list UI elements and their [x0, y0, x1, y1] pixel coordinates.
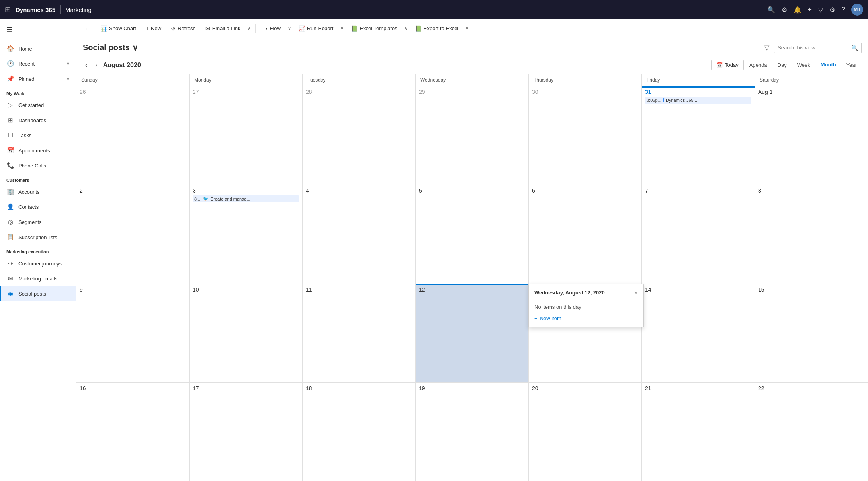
gear-icon[interactable]: ⚙ [829, 6, 835, 14]
excel-templates-button[interactable]: 📗 Excel Templates [347, 23, 401, 34]
sidebar-item-customer-journeys[interactable]: ⇢ Customer journeys [0, 256, 76, 271]
popup-close-button[interactable]: × [634, 289, 638, 296]
cal-cell-aug4[interactable]: 4 [303, 185, 416, 283]
sidebar-item-recent[interactable]: 🕐 Recent ∨ [0, 56, 76, 71]
cal-cell-aug2[interactable]: 2 [76, 185, 190, 283]
run-report-button[interactable]: 📈 Run Report [294, 23, 337, 34]
day-number: 28 [306, 89, 312, 95]
day-number: 22 [758, 385, 764, 391]
cal-cell-aug18[interactable]: 18 [303, 383, 416, 481]
popup: Wednesday, August 12, 2020 × No items on… [528, 284, 644, 327]
cal-view-day[interactable]: Day [773, 60, 792, 70]
cal-cell-jul26[interactable]: 26 [76, 86, 190, 185]
excel-templates-chevron[interactable]: ∨ [403, 23, 409, 33]
sidebar-item-segments[interactable]: ◎ Segments [0, 214, 76, 230]
sidebar-item-contacts-label: Contacts [18, 204, 39, 210]
sidebar-item-appointments-label: Appointments [18, 148, 50, 154]
email-link-chevron[interactable]: ∨ [246, 23, 252, 33]
avatar[interactable]: MT [851, 4, 863, 16]
cal-cell-aug19[interactable]: 19 [416, 383, 529, 481]
email-link-button[interactable]: ✉ Email a Link [201, 23, 244, 34]
toolbar: ← 📊 Show Chart + New ↺ Refresh ✉ Email a… [76, 19, 868, 38]
more-options-button[interactable]: ⋯ [850, 22, 863, 35]
cal-cell-aug10[interactable]: 10 [190, 284, 303, 382]
cal-today-button[interactable]: 📅 Today [711, 60, 744, 70]
cal-event[interactable]: 8:... 🐦 Create and manag... [193, 195, 299, 202]
waffle-icon[interactable]: ⊞ [5, 5, 11, 14]
flow-button[interactable]: ⇢ Flow [259, 23, 284, 34]
export-excel-button[interactable]: 📗 Export to Excel [411, 23, 462, 34]
search-input[interactable] [778, 45, 849, 51]
sidebar-item-accounts[interactable]: 🏢 Accounts [0, 184, 76, 199]
cal-cell-aug11[interactable]: 11 [303, 284, 416, 382]
show-chart-icon: 📊 [100, 25, 107, 32]
day-number: 29 [419, 89, 425, 95]
cal-view-week[interactable]: Week [792, 60, 815, 70]
sidebar-item-tasks[interactable]: ☐ Tasks [0, 128, 76, 143]
cal-event[interactable]: 8:05p... f Dynamics 365 ... [645, 97, 751, 104]
sidebar-item-dashboards[interactable]: ⊞ Dashboards [0, 113, 76, 128]
filter-icon[interactable]: ▽ [818, 6, 823, 14]
flow-chevron[interactable]: ∨ [286, 23, 293, 33]
cal-cell-aug22[interactable]: 22 [755, 383, 868, 481]
cal-view-agenda[interactable]: Agenda [745, 60, 772, 70]
run-report-chevron[interactable]: ∨ [339, 23, 345, 33]
cal-cell-aug20[interactable]: 20 [529, 383, 642, 481]
sidebar-item-get-started[interactable]: ▷ Get started [0, 97, 76, 113]
sidebar-item-appointments[interactable]: 📅 Appointments [0, 143, 76, 158]
sidebar-hamburger[interactable]: ☰ [0, 22, 76, 37]
cal-cell-jul30[interactable]: 30 [529, 86, 642, 185]
cal-prev-button[interactable]: ‹ [83, 60, 90, 70]
search-icon[interactable]: 🔍 [851, 45, 858, 51]
sidebar-item-social-posts[interactable]: ◉ Social posts [0, 286, 76, 301]
pinned-chevron: ∨ [66, 76, 70, 82]
page-header: Social posts ∨ ▽ 🔍 [76, 38, 868, 56]
cal-cell-jul27[interactable]: 27 [190, 86, 303, 185]
cal-cell-aug8[interactable]: 8 [755, 185, 868, 283]
bell-icon[interactable]: 🔔 [794, 6, 802, 14]
cal-cell-jul29[interactable]: 29 [416, 86, 529, 185]
sidebar-item-phone-calls[interactable]: 📞 Phone Calls [0, 158, 76, 173]
popup-new-item[interactable]: + New item [534, 314, 638, 323]
popup-new-label: New item [540, 315, 561, 321]
header-filter-icon[interactable]: ▽ [763, 42, 771, 53]
sidebar-item-contacts[interactable]: 👤 Contacts [0, 199, 76, 214]
cal-next-button[interactable]: › [93, 60, 100, 70]
excel-templates-icon: 📗 [351, 25, 358, 32]
cal-view-month[interactable]: Month [816, 60, 841, 70]
help-icon[interactable]: ? [841, 6, 845, 13]
page-title[interactable]: Social posts ∨ [83, 43, 138, 53]
export-excel-chevron[interactable]: ∨ [464, 23, 470, 33]
page-title-text: Social posts [83, 43, 130, 52]
cal-view-year[interactable]: Year [842, 60, 862, 70]
cal-body: 26 27 28 29 30 [76, 86, 868, 481]
show-chart-button[interactable]: 📊 Show Chart [96, 23, 140, 34]
cal-cell-aug6[interactable]: 6 [529, 185, 642, 283]
settings-circle-icon[interactable]: ⚙ [782, 6, 787, 14]
sidebar-item-social-posts-label: Social posts [18, 291, 46, 297]
sidebar-item-pinned[interactable]: 📌 Pinned ∨ [0, 71, 76, 86]
search-icon[interactable]: 🔍 [767, 6, 775, 14]
cal-cell-aug5[interactable]: 5 [416, 185, 529, 283]
cal-cell-aug15[interactable]: 15 [755, 284, 868, 382]
plus-icon[interactable]: + [808, 6, 812, 14]
sidebar-item-subscription-lists[interactable]: 📋 Subscription lists [0, 230, 76, 245]
cal-cell-aug16[interactable]: 16 [76, 383, 190, 481]
cal-cell-aug14[interactable]: 14 [642, 284, 755, 382]
cal-week-1: 26 27 28 29 30 [76, 86, 868, 185]
cal-cell-aug31[interactable]: 31 8:05p... f Dynamics 365 ... [642, 86, 755, 185]
cal-cell-aug7[interactable]: 7 [642, 185, 755, 283]
refresh-button[interactable]: ↺ Refresh [167, 23, 200, 34]
cal-cell-aug12[interactable]: 12 Wednesday, August 12, 2020 × No i [416, 284, 529, 382]
cal-cell-aug21[interactable]: 21 [642, 383, 755, 481]
cal-cell-aug1[interactable]: Aug 1 [755, 86, 868, 185]
cal-cell-aug17[interactable]: 17 [190, 383, 303, 481]
sidebar-item-home[interactable]: 🏠 Home [0, 41, 76, 56]
new-button[interactable]: + New [142, 23, 165, 34]
cal-cell-jul28[interactable]: 28 [303, 86, 416, 185]
sidebar-item-marketing-emails[interactable]: ✉ Marketing emails [0, 271, 76, 286]
day-number: Aug 1 [758, 89, 773, 95]
cal-cell-aug9[interactable]: 9 [76, 284, 190, 382]
back-button[interactable]: ← [81, 23, 93, 34]
cal-cell-aug3[interactable]: 3 8:... 🐦 Create and manag... [190, 185, 303, 283]
